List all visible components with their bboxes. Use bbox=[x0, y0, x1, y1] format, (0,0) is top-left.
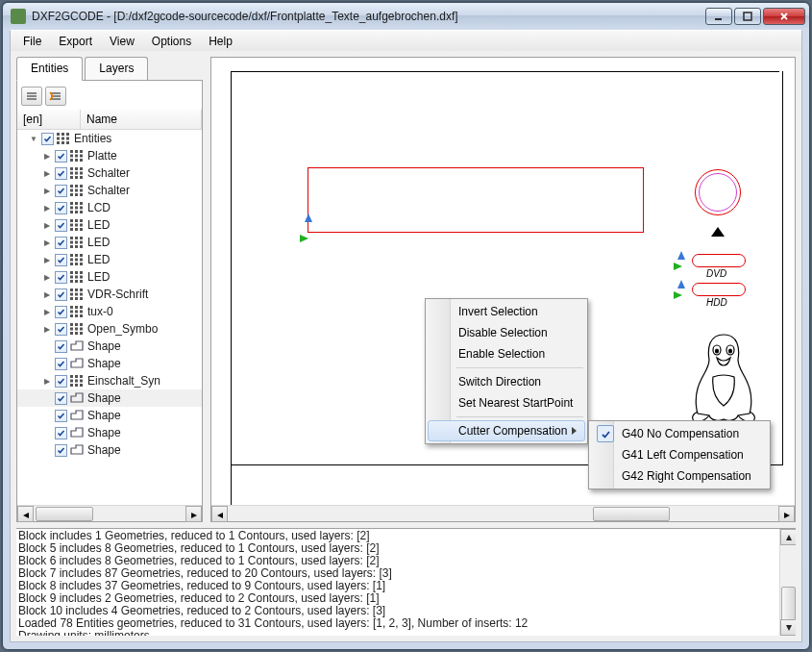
checkbox[interactable] bbox=[55, 202, 67, 214]
ctx-enable[interactable]: Enable Selection bbox=[428, 343, 585, 364]
checkbox[interactable] bbox=[55, 271, 67, 284]
scroll-thumb[interactable] bbox=[36, 507, 93, 521]
expander-icon[interactable]: ▶ bbox=[42, 204, 52, 213]
expand-button[interactable] bbox=[45, 87, 66, 106]
expander-icon[interactable]: ▶ bbox=[42, 187, 52, 195]
log-panel[interactable]: Block includes 1 Geometries, reduced to … bbox=[16, 528, 796, 636]
svg-rect-70 bbox=[80, 259, 83, 262]
expander-icon[interactable]: ▶ bbox=[42, 256, 52, 264]
tree-row[interactable]: ▶LED bbox=[17, 216, 202, 234]
svg-rect-106 bbox=[80, 328, 83, 331]
scroll-up-icon[interactable]: ▴ bbox=[780, 529, 796, 545]
entity-tree[interactable]: ▼Entities▶Platte▶Schalter▶Schalter▶LCD▶L… bbox=[17, 130, 202, 505]
tree-row[interactable]: ▶LED bbox=[17, 251, 202, 268]
ctx-cutter[interactable]: Cutter Compensation bbox=[428, 420, 585, 441]
canvas-scroll-thumb[interactable] bbox=[593, 507, 670, 521]
expander-icon[interactable]: ▶ bbox=[42, 308, 52, 316]
tree-row[interactable]: Shape bbox=[17, 441, 202, 459]
titlebar[interactable]: DXF2GCODE - [D:/dxf2gcode-sourcecode/dxf… bbox=[3, 3, 809, 30]
checkbox[interactable] bbox=[55, 185, 67, 197]
ctx-invert[interactable]: Invert Selection bbox=[428, 301, 585, 322]
tab-layers[interactable]: Layers bbox=[85, 57, 148, 80]
canvas-hscroll[interactable]: ◂ ▸ bbox=[211, 505, 795, 521]
menu-options[interactable]: Options bbox=[143, 31, 200, 51]
scroll-right-icon[interactable]: ▸ bbox=[185, 506, 202, 522]
tree-row[interactable]: ▶Open_Symbo bbox=[17, 320, 202, 338]
ctx-g42[interactable]: G42 Right Compensation bbox=[591, 465, 768, 487]
scroll-down-icon[interactable]: ▾ bbox=[780, 619, 796, 636]
tree-row[interactable]: ▼Entities bbox=[17, 130, 202, 147]
checkbox[interactable] bbox=[55, 358, 67, 370]
menu-export[interactable]: Export bbox=[50, 31, 101, 51]
checkbox[interactable] bbox=[41, 133, 54, 145]
drawing-canvas[interactable]: DVD HDD bbox=[211, 58, 795, 505]
ctx-g40[interactable]: G40 No Compensation bbox=[591, 423, 768, 444]
menu-view[interactable]: View bbox=[101, 31, 143, 51]
expander-icon[interactable]: ▶ bbox=[42, 152, 52, 161]
expander-icon[interactable]: ▼ bbox=[29, 135, 38, 143]
tree-row[interactable]: Shape bbox=[17, 338, 202, 355]
ctx-disable[interactable]: Disable Selection bbox=[428, 322, 585, 343]
canvas-scroll-left-icon[interactable]: ◂ bbox=[211, 506, 228, 522]
tree-row[interactable]: ▶Platte bbox=[17, 147, 202, 164]
tree-row[interactable]: ▶LCD bbox=[17, 199, 202, 216]
shape-dvd-rect[interactable] bbox=[692, 254, 746, 267]
tree-row[interactable]: ▶VDR-Schrift bbox=[17, 286, 202, 303]
minimize-button[interactable] bbox=[705, 8, 732, 25]
checkbox[interactable] bbox=[55, 150, 67, 163]
close-button[interactable] bbox=[763, 8, 805, 25]
checkbox[interactable] bbox=[55, 340, 67, 353]
checkbox[interactable] bbox=[55, 167, 67, 180]
expander-icon[interactable]: ▶ bbox=[42, 273, 52, 282]
tree-row[interactable]: Shape bbox=[17, 389, 202, 407]
expander-icon[interactable]: ▶ bbox=[42, 238, 52, 247]
maximize-button[interactable] bbox=[734, 8, 761, 25]
col-name[interactable]: Name bbox=[81, 110, 202, 129]
svg-rect-15 bbox=[75, 155, 78, 158]
checkbox[interactable] bbox=[55, 427, 67, 439]
tree-row[interactable]: ▶tux-0 bbox=[17, 303, 202, 320]
checkbox[interactable] bbox=[55, 410, 67, 422]
tree-row[interactable]: Shape bbox=[17, 424, 202, 441]
shape-circle-inner[interactable] bbox=[699, 173, 737, 212]
shape-hdd-rect[interactable] bbox=[692, 283, 746, 296]
shape-lcd-rect[interactable] bbox=[308, 167, 644, 233]
tab-entities[interactable]: Entities bbox=[16, 57, 83, 81]
expander-icon[interactable]: ▶ bbox=[42, 290, 52, 299]
checkbox[interactable] bbox=[55, 219, 67, 232]
expander-icon[interactable]: ▶ bbox=[42, 377, 52, 386]
tree-row[interactable]: ▶Schalter bbox=[17, 164, 202, 182]
collapse-button[interactable] bbox=[21, 87, 42, 106]
expander-icon[interactable]: ▶ bbox=[42, 169, 52, 178]
checkbox[interactable] bbox=[55, 254, 67, 266]
canvas-scroll-right-icon[interactable]: ▸ bbox=[778, 506, 795, 522]
ctx-switch[interactable]: Switch Direction bbox=[428, 371, 585, 392]
checkbox[interactable] bbox=[55, 392, 67, 405]
checkbox[interactable] bbox=[55, 237, 67, 249]
ctx-g41[interactable]: G41 Left Compensation bbox=[591, 444, 768, 465]
checkbox[interactable] bbox=[55, 323, 67, 336]
tree-hscroll[interactable]: ◂ ▸ bbox=[17, 505, 202, 521]
expander-icon[interactable]: ▶ bbox=[42, 221, 52, 230]
checkbox[interactable] bbox=[55, 375, 67, 388]
checkbox[interactable] bbox=[55, 288, 67, 301]
svg-rect-36 bbox=[75, 193, 78, 196]
tree-row[interactable]: ▶Einschalt_Syn bbox=[17, 372, 202, 389]
log-vscroll[interactable]: ▴ ▾ bbox=[779, 529, 796, 636]
menu-file[interactable]: File bbox=[14, 31, 50, 51]
tree-row[interactable]: Shape bbox=[17, 407, 202, 424]
col-en[interactable]: [en] bbox=[17, 110, 81, 129]
tree-row[interactable]: ▶LED bbox=[17, 268, 202, 286]
svg-rect-80 bbox=[70, 280, 73, 283]
svg-rect-88 bbox=[80, 293, 83, 296]
menu-help[interactable]: Help bbox=[200, 31, 241, 51]
tree-row[interactable]: Shape bbox=[17, 355, 202, 372]
checkbox[interactable] bbox=[55, 306, 67, 318]
scroll-left-icon[interactable]: ◂ bbox=[17, 506, 34, 522]
checkbox[interactable] bbox=[55, 444, 67, 457]
tux-drawing[interactable] bbox=[680, 327, 767, 423]
tree-row[interactable]: ▶LED bbox=[17, 234, 202, 251]
ctx-nearest[interactable]: Set Nearest StartPoint bbox=[428, 392, 585, 414]
expander-icon[interactable]: ▶ bbox=[42, 325, 52, 334]
tree-row[interactable]: ▶Schalter bbox=[17, 182, 202, 199]
